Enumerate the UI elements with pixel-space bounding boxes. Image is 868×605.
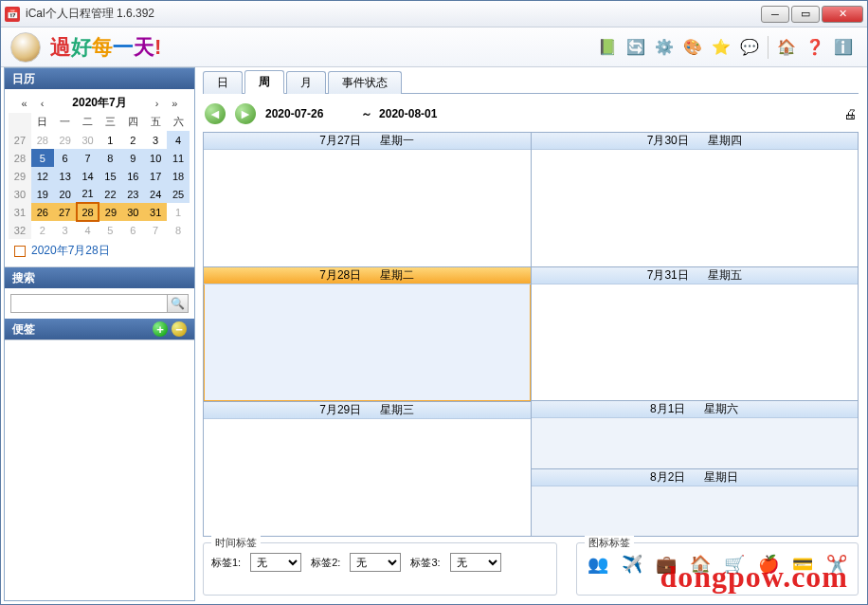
- cal-day[interactable]: 25: [167, 185, 190, 203]
- cal-day[interactable]: 2: [121, 131, 144, 149]
- cal-day[interactable]: 1: [167, 203, 190, 221]
- cal-day[interactable]: 7: [77, 149, 99, 167]
- tool-theme-icon[interactable]: 🎨: [682, 37, 703, 58]
- notes-area[interactable]: [5, 339, 194, 600]
- cal-day[interactable]: 16: [121, 167, 144, 185]
- cal-day[interactable]: 2: [31, 221, 54, 239]
- cal-day[interactable]: 28: [31, 131, 54, 149]
- cal-day[interactable]: 19: [31, 185, 54, 203]
- week-next-button[interactable]: ►: [235, 103, 256, 124]
- search-input[interactable]: [10, 294, 168, 313]
- cal-prev-month[interactable]: ‹: [37, 98, 48, 109]
- cal-day[interactable]: 13: [54, 167, 77, 185]
- cal-day[interactable]: 24: [144, 185, 167, 203]
- tag-label: 标签1:: [211, 556, 241, 570]
- today-label[interactable]: 2020年7月28日: [9, 239, 190, 263]
- day-cell[interactable]: 8月2日星期日: [532, 469, 859, 536]
- day-header: 7月28日星期二: [204, 267, 531, 284]
- cal-day[interactable]: 9: [121, 149, 144, 167]
- minimize-button[interactable]: ─: [761, 6, 789, 23]
- main-area: 日 周 月 事件状态 ◄ ► 2020-07-26 ～ 2020-08-01 🖨…: [195, 67, 864, 601]
- cal-day[interactable]: 6: [121, 221, 144, 239]
- cal-day[interactable]: 8: [167, 221, 190, 239]
- tab-month[interactable]: 月: [286, 71, 326, 94]
- cal-day[interactable]: 30: [121, 203, 144, 221]
- cal-day[interactable]: 7: [144, 221, 167, 239]
- close-button[interactable]: ✕: [822, 6, 863, 23]
- cal-day[interactable]: 22: [99, 185, 121, 203]
- cal-day[interactable]: 20: [54, 185, 77, 203]
- cal-day[interactable]: 3: [144, 131, 167, 149]
- cal-day[interactable]: 28: [77, 203, 99, 221]
- cal-next-year[interactable]: »: [168, 98, 181, 109]
- cal-day[interactable]: 1: [99, 131, 121, 149]
- tag-select-2[interactable]: 无: [350, 553, 401, 572]
- search-button[interactable]: 🔍: [168, 294, 189, 313]
- cal-day[interactable]: 3: [54, 221, 77, 239]
- day-cell[interactable]: 7月29日星期三: [204, 402, 531, 536]
- day-cell[interactable]: 7月27日星期一: [204, 133, 531, 267]
- cal-day[interactable]: 18: [167, 167, 190, 185]
- cal-day[interactable]: 30: [77, 131, 99, 149]
- cal-day[interactable]: 12: [31, 167, 54, 185]
- today-checkbox-icon[interactable]: [14, 246, 26, 257]
- tab-week[interactable]: 周: [244, 70, 284, 94]
- calendar-grid[interactable]: 日一二三四五六272829301234285678910112912131415…: [9, 113, 190, 239]
- tool-home-icon[interactable]: 🏠: [776, 37, 797, 58]
- tool-help-icon[interactable]: ❓: [805, 37, 825, 58]
- tool-info-icon[interactable]: ℹ️: [833, 37, 854, 58]
- cal-day[interactable]: 27: [54, 203, 77, 221]
- tool-chat-icon[interactable]: 💬: [739, 37, 760, 58]
- cal-day[interactable]: 4: [77, 221, 99, 239]
- cal-day[interactable]: 17: [144, 167, 167, 185]
- cal-day[interactable]: 15: [99, 167, 121, 185]
- cal-day[interactable]: 26: [31, 203, 54, 221]
- tab-status[interactable]: 事件状态: [328, 71, 402, 94]
- week-prev-button[interactable]: ◄: [205, 103, 226, 124]
- cal-prev-year[interactable]: «: [18, 98, 31, 109]
- logo-icon: [10, 32, 41, 63]
- note-add-button[interactable]: +: [153, 321, 168, 337]
- tag-select-1[interactable]: 无: [250, 553, 301, 572]
- tab-day[interactable]: 日: [203, 71, 243, 94]
- cal-day[interactable]: 5: [31, 149, 54, 167]
- cal-day[interactable]: 6: [54, 149, 77, 167]
- cal-day[interactable]: 31: [144, 203, 167, 221]
- cal-day[interactable]: 14: [77, 167, 99, 185]
- cal-day[interactable]: 10: [144, 149, 167, 167]
- cat-home-icon[interactable]: 🏠: [687, 551, 714, 578]
- tag-select-3[interactable]: 无: [450, 553, 501, 572]
- cal-day[interactable]: 4: [167, 131, 190, 149]
- day-cell[interactable]: 7月28日星期二: [204, 267, 531, 402]
- tool-settings-icon[interactable]: ⚙️: [654, 37, 675, 58]
- cal-day[interactable]: 11: [167, 149, 190, 167]
- cat-money-icon[interactable]: 💳: [789, 551, 816, 578]
- cat-cut-icon[interactable]: ✂️: [823, 551, 850, 578]
- cal-day[interactable]: 5: [99, 221, 121, 239]
- cat-travel-icon[interactable]: ✈️: [619, 551, 645, 578]
- tool-sync-icon[interactable]: 🔄: [625, 37, 646, 58]
- day-header: 7月27日星期一: [204, 133, 531, 150]
- cal-day[interactable]: 23: [121, 185, 144, 203]
- cal-day[interactable]: 29: [54, 131, 77, 149]
- tool-export-icon[interactable]: 📗: [597, 37, 618, 58]
- cal-day[interactable]: 29: [99, 203, 121, 221]
- day-cell[interactable]: 8月1日星期六: [532, 401, 859, 468]
- tool-favorite-icon[interactable]: ⭐: [711, 37, 732, 58]
- cat-food-icon[interactable]: 🍎: [755, 551, 782, 578]
- maximize-button[interactable]: ▭: [791, 6, 820, 23]
- print-button[interactable]: 🖨: [843, 106, 857, 121]
- cal-day[interactable]: 8: [99, 149, 121, 167]
- day-header: 8月1日星期六: [532, 401, 859, 418]
- search-panel-header: 搜索: [5, 267, 194, 288]
- cal-next-month[interactable]: ›: [152, 98, 163, 109]
- cat-work-icon[interactable]: 💼: [653, 551, 679, 578]
- cat-people-icon[interactable]: 👥: [585, 551, 611, 578]
- window-title: iCal个人日程管理 1.6.392: [26, 6, 761, 22]
- cat-shop-icon[interactable]: 🛒: [721, 551, 748, 578]
- day-cell[interactable]: 7月31日星期五: [532, 267, 859, 402]
- cal-day[interactable]: 21: [77, 185, 99, 203]
- day-cell[interactable]: 7月30日星期四: [532, 133, 859, 267]
- slogan-text: 過好每一天!: [50, 33, 161, 62]
- note-remove-button[interactable]: −: [172, 321, 187, 337]
